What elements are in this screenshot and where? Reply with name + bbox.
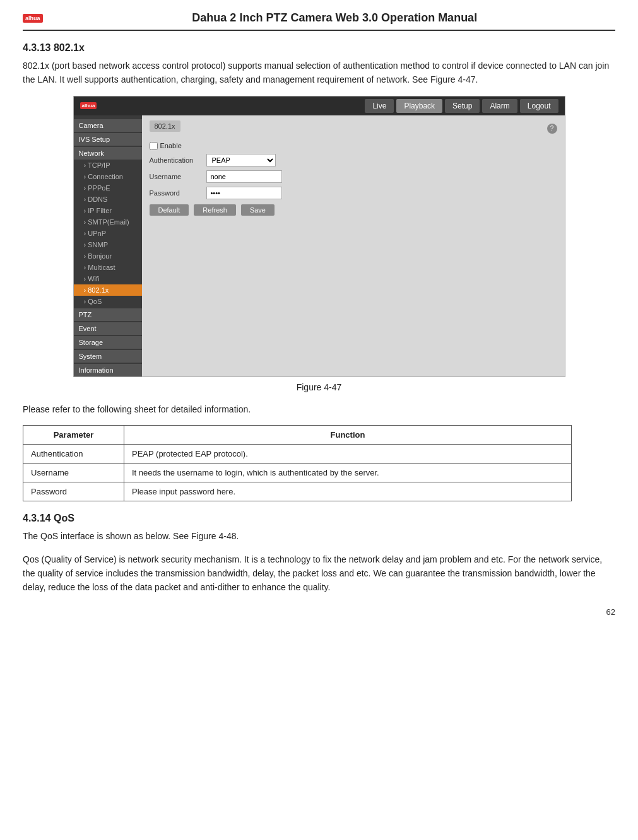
enable-checkbox[interactable] <box>150 142 158 150</box>
doc-header: alhua Dahua 2 Inch PTZ Camera Web 3.0 Op… <box>23 11 615 31</box>
nav-setup-btn[interactable]: Setup <box>445 99 480 113</box>
section-qos-body1: The QoS interface is shown as below. See… <box>23 529 615 543</box>
ui-topbar: alhua Live Playback Setup Alarm Logout <box>74 96 565 115</box>
sidebar-item-ivs-setup[interactable]: IVS Setup <box>74 133 142 146</box>
nav-alarm-btn[interactable]: Alarm <box>482 99 517 113</box>
page-number: 62 <box>23 607 615 617</box>
figure-caption: Figure 4-47 <box>23 382 615 392</box>
table-header-function: Function <box>124 426 572 445</box>
section-8021x-body: 802.1x (port based network access contro… <box>23 59 615 87</box>
table-row: PasswordPlease input password here. <box>23 482 572 501</box>
table-row: AuthenticationPEAP (protected EAP protoc… <box>23 445 572 464</box>
sidebar-item-snmp[interactable]: › SNMP <box>74 239 142 250</box>
table-cell-parameter: Password <box>23 482 124 501</box>
sidebar-item-upnp[interactable]: › UPnP <box>74 228 142 239</box>
username-input[interactable] <box>206 170 282 183</box>
section-8021x-title: 4.3.13 802.1x <box>23 42 615 54</box>
authentication-row: Authentication PEAP <box>150 154 557 166</box>
section-qos-title: 4.3.14 QoS <box>23 513 615 524</box>
authentication-label: Authentication <box>150 156 206 164</box>
sidebar-item-system[interactable]: System <box>74 350 142 363</box>
refresh-btn[interactable]: Refresh <box>194 204 236 216</box>
authentication-select[interactable]: PEAP <box>206 154 276 166</box>
sidebar-item-camera[interactable]: Camera <box>74 119 142 132</box>
sidebar-item-smtp[interactable]: › SMTP(Email) <box>74 216 142 228</box>
table-header-parameter: Parameter <box>23 426 124 445</box>
sidebar-item-network[interactable]: Network <box>74 147 142 160</box>
username-row: Username <box>150 170 557 183</box>
sidebar-item-connection[interactable]: › Connection <box>74 171 142 182</box>
sidebar-item-ptz[interactable]: PTZ <box>74 308 142 321</box>
enable-label: Enable <box>160 142 182 149</box>
ui-body: Camera IVS Setup Network › TCP/IP › Conn… <box>74 115 565 376</box>
sidebar-item-multicast[interactable]: › Multicast <box>74 262 142 273</box>
default-btn[interactable]: Default <box>150 204 189 216</box>
username-label: Username <box>150 173 206 180</box>
table-row: UsernameIt needs the username to login, … <box>23 464 572 482</box>
section-qos-body2: Qos (Quality of Service) is network secu… <box>23 552 615 595</box>
help-icon[interactable]: ? <box>547 124 557 134</box>
ui-sidebar: Camera IVS Setup Network › TCP/IP › Conn… <box>74 115 142 376</box>
sidebar-item-pppoe[interactable]: › PPPoE <box>74 182 142 194</box>
sidebar-item-bonjour[interactable]: › Bonjour <box>74 250 142 262</box>
sidebar-item-information[interactable]: Information <box>74 364 142 376</box>
refer-text: Please refer to the following sheet for … <box>23 402 615 416</box>
nav-logout-btn[interactable]: Logout <box>520 99 558 113</box>
table-cell-parameter: Authentication <box>23 445 124 464</box>
password-row: Password <box>150 187 557 199</box>
table-cell-function: Please input password here. <box>124 482 572 501</box>
nav-live-btn[interactable]: Live <box>365 99 394 113</box>
breadcrumb: 802.1x <box>150 120 180 132</box>
enable-row: Enable <box>150 142 557 150</box>
password-input[interactable] <box>206 187 282 199</box>
sidebar-item-ipfilter[interactable]: › IP Filter <box>74 205 142 216</box>
sidebar-item-qos[interactable]: › QoS <box>74 296 142 307</box>
ui-main: 802.1x ? Enable Authentication PEAP User… <box>142 115 565 376</box>
nav-playback-btn[interactable]: Playback <box>396 99 442 113</box>
sidebar-item-event[interactable]: Event <box>74 322 142 335</box>
ui-logo: alhua <box>80 102 97 109</box>
sidebar-item-8021x[interactable]: › 802.1x <box>74 284 142 296</box>
table-cell-parameter: Username <box>23 464 124 482</box>
doc-title: Dahua 2 Inch PTZ Camera Web 3.0 Operatio… <box>54 11 615 25</box>
table-cell-function: It needs the username to login, which is… <box>124 464 572 482</box>
sidebar-item-ddns[interactable]: › DDNS <box>74 194 142 205</box>
sidebar-item-storage[interactable]: Storage <box>74 336 142 349</box>
password-label: Password <box>150 189 206 197</box>
sidebar-item-wifi[interactable]: › Wifi <box>74 273 142 284</box>
logo-box: alhua <box>23 14 43 23</box>
sidebar-item-tcpip[interactable]: › TCP/IP <box>74 160 142 171</box>
save-btn[interactable]: Save <box>241 204 275 216</box>
info-table: Parameter Function AuthenticationPEAP (p… <box>23 425 572 501</box>
table-cell-function: PEAP (protected EAP protocol). <box>124 445 572 464</box>
ui-logo-area: alhua <box>80 102 97 109</box>
ui-logo-box: alhua <box>80 102 97 109</box>
form-buttons: Default Refresh Save <box>150 204 557 216</box>
doc-logo: alhua <box>23 14 43 23</box>
ui-screenshot: alhua Live Playback Setup Alarm Logout C… <box>73 96 565 377</box>
